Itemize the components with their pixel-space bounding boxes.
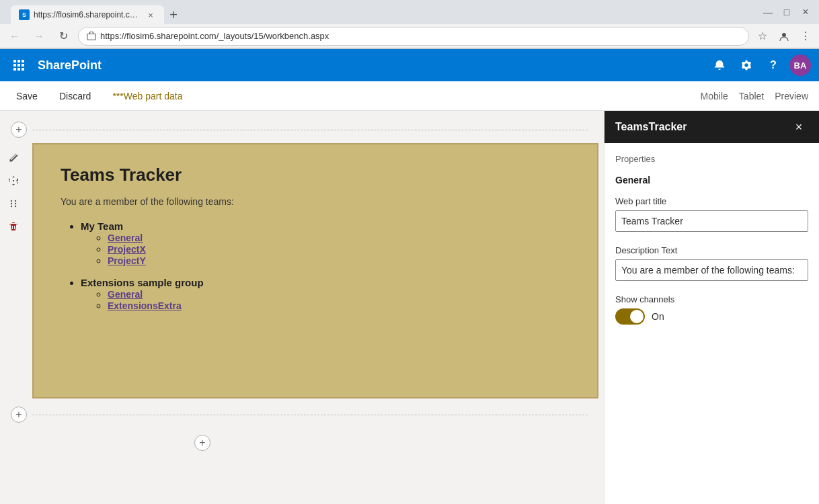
svg-rect-0 xyxy=(87,34,95,40)
address-bar: ← → ↻ https://flosim6.sharepoint.com/_la… xyxy=(0,24,819,48)
section-container: Teams Tracker You are a member of the fo… xyxy=(0,143,604,398)
svg-rect-10 xyxy=(22,68,24,71)
mobile-view-button[interactable]: Mobile xyxy=(701,91,728,101)
panel-close-button[interactable]: × xyxy=(789,118,808,136)
svg-rect-7 xyxy=(22,64,24,67)
maximize-button[interactable]: □ xyxy=(779,4,795,20)
toggle-knob xyxy=(630,310,644,323)
section-tools xyxy=(0,143,27,398)
web-part-title-field-group: Web part title xyxy=(615,196,808,232)
add-section-top-button[interactable]: + xyxy=(11,122,27,138)
svg-point-14 xyxy=(15,203,16,204)
back-button[interactable]: ← xyxy=(5,27,24,46)
webpart-container: Teams Tracker You are a member of the fo… xyxy=(32,143,598,398)
editor-toolbar: Save Discard ***Web part data Mobile Tab… xyxy=(0,81,819,111)
sharepoint-header: SharePoint ? BA xyxy=(0,49,819,81)
description-text-label: Description Text xyxy=(615,245,808,255)
channel-item: General xyxy=(108,288,570,300)
notification-bell-icon[interactable] xyxy=(709,54,730,76)
show-channels-toggle[interactable] xyxy=(615,308,645,325)
web-part-title-label: Web part title xyxy=(615,196,808,206)
svg-point-11 xyxy=(11,200,12,202)
waffle-button[interactable] xyxy=(8,54,30,76)
show-channels-field-group: Show channels On xyxy=(615,294,808,325)
toggle-state-label: On xyxy=(652,311,664,322)
section-divider-top xyxy=(32,130,588,130)
svg-rect-9 xyxy=(17,68,20,71)
svg-point-1 xyxy=(782,33,786,37)
svg-point-12 xyxy=(15,200,16,202)
add-section-bottom-center-button[interactable]: + xyxy=(194,435,210,451)
team-name: My Team xyxy=(81,220,123,232)
description-field-group: Description Text xyxy=(615,245,808,281)
sharepoint-logo: SharePoint xyxy=(38,58,701,73)
preview-button[interactable]: Preview xyxy=(775,91,808,101)
properties-panel: TeamsTracker × Properties General Web pa… xyxy=(604,111,819,504)
favorites-icon[interactable]: ☆ xyxy=(754,28,771,44)
browser-menu-icon[interactable]: ⋮ xyxy=(797,28,814,44)
panel-header: TeamsTracker × xyxy=(604,111,819,143)
edit-webpart-button[interactable] xyxy=(4,149,23,167)
svg-rect-8 xyxy=(13,68,16,71)
web-part-title-input[interactable] xyxy=(615,210,808,232)
team-item: My Team General ProjectX ProjectY xyxy=(81,220,570,266)
svg-rect-3 xyxy=(17,60,20,62)
tablet-view-button[interactable]: Tablet xyxy=(739,91,764,101)
editor-area: + Teams Tracker xyxy=(0,111,604,504)
channel-item: ProjectX xyxy=(108,243,570,255)
refresh-button[interactable]: ↻ xyxy=(54,27,73,46)
team-name: Extensions sample group xyxy=(81,277,204,288)
add-section-bottom-left-button[interactable]: + xyxy=(11,407,27,423)
add-section-top: + xyxy=(0,122,604,138)
drag-handle[interactable] xyxy=(4,194,23,213)
svg-rect-2 xyxy=(13,60,16,62)
discard-button[interactable]: Discard xyxy=(54,88,96,104)
webpart-title: Teams Tracker xyxy=(61,165,570,185)
minimize-button[interactable]: — xyxy=(760,4,776,20)
settings-gear-icon[interactable] xyxy=(736,54,757,76)
tab-favicon: S xyxy=(19,9,30,20)
channels-list-0: General ProjectX ProjectY xyxy=(81,232,570,266)
user-avatar[interactable]: BA xyxy=(789,54,811,76)
url-text: https://flosim6.sharepoint.com/_layouts/… xyxy=(100,31,329,41)
forward-button[interactable]: → xyxy=(30,27,48,46)
channel-link[interactable]: ExtensionsExtra xyxy=(108,300,182,311)
svg-rect-4 xyxy=(22,60,24,62)
channel-item: ProjectY xyxy=(108,255,570,266)
teams-list: My Team General ProjectX ProjectY Extens… xyxy=(61,220,570,311)
tab-close-button[interactable]: × xyxy=(145,9,156,20)
svg-rect-6 xyxy=(17,64,20,67)
panel-title: TeamsTracker xyxy=(615,121,789,133)
svg-point-16 xyxy=(15,206,16,207)
tab-label: https://flosim6.sharepoint.com/_... xyxy=(34,10,141,19)
channels-list-1: General ExtensionsExtra xyxy=(81,288,570,311)
new-tab-button[interactable]: + xyxy=(164,5,183,24)
channel-link[interactable]: ProjectX xyxy=(108,244,146,255)
profile-icon[interactable] xyxy=(776,28,792,44)
description-text-input[interactable] xyxy=(615,259,808,281)
toggle-row: On xyxy=(615,308,808,325)
channel-link[interactable]: General xyxy=(108,233,143,243)
svg-rect-5 xyxy=(13,64,16,67)
active-tab[interactable]: S https://flosim6.sharepoint.com/_... × xyxy=(11,5,164,24)
channel-item: ExtensionsExtra xyxy=(108,300,570,311)
general-label: General xyxy=(615,175,808,185)
show-channels-label: Show channels xyxy=(615,294,808,304)
team-item: Extensions sample group General Extensio… xyxy=(81,277,570,311)
save-button[interactable]: Save xyxy=(11,88,43,104)
channel-item: General xyxy=(108,232,570,243)
web-part-data-label: ***Web part data xyxy=(107,88,188,104)
delete-section-button[interactable] xyxy=(4,217,23,236)
move-section-button[interactable] xyxy=(4,171,23,190)
panel-body: Properties General Web part title Descri… xyxy=(604,143,819,504)
channel-link[interactable]: General xyxy=(108,289,143,300)
properties-label: Properties xyxy=(615,154,808,164)
svg-point-13 xyxy=(11,203,12,204)
close-window-button[interactable]: × xyxy=(797,4,814,20)
svg-point-15 xyxy=(11,206,12,207)
webpart-description: You are a member of the following teams: xyxy=(61,196,570,207)
address-input[interactable]: https://flosim6.sharepoint.com/_layouts/… xyxy=(78,27,749,46)
channel-link[interactable]: ProjectY xyxy=(108,255,146,266)
help-icon[interactable]: ? xyxy=(763,54,784,76)
section-divider-bottom xyxy=(32,415,588,415)
